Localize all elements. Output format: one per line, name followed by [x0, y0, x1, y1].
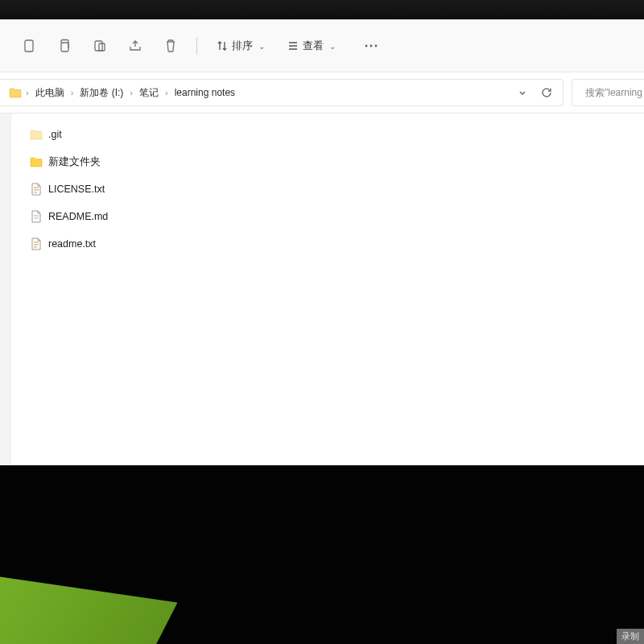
sort-button[interactable]: 排序 ⌄ [208, 31, 273, 60]
file-item-folder[interactable]: .git [27, 123, 628, 146]
toolbar: 排序 ⌄ 查看 ⌄ [0, 20, 644, 72]
text-file-icon [29, 237, 43, 251]
ellipsis-icon [364, 44, 378, 47]
chevron-down-icon [518, 88, 527, 97]
explorer-body: .git 新建文件夹 LICENSE.txt README.md [0, 114, 644, 465]
file-name: .git [48, 129, 62, 140]
file-name: 新建文件夹 [48, 155, 101, 169]
refresh-button[interactable] [535, 82, 558, 103]
trash-icon [164, 39, 177, 53]
wallpaper-accent [0, 527, 188, 644]
recording-badge: 录制 [617, 629, 644, 644]
paste-icon [93, 39, 107, 53]
sort-label: 排序 [232, 39, 253, 53]
breadcrumb-item[interactable]: 笔记 [136, 85, 162, 101]
copy-button[interactable] [50, 31, 79, 60]
svg-rect-0 [25, 40, 33, 52]
desktop-background-bottom: 录制 [0, 465, 644, 644]
view-button[interactable]: 查看 ⌄ [279, 31, 344, 60]
folder-icon [8, 85, 23, 100]
file-list: .git 新建文件夹 LICENSE.txt README.md [11, 114, 644, 465]
chevron-right-icon: › [69, 88, 76, 97]
cut-icon [23, 39, 35, 53]
text-file-icon [29, 182, 43, 196]
paste-button[interactable] [85, 31, 114, 60]
chevron-right-icon: › [128, 88, 134, 97]
toolbar-separator [196, 37, 197, 55]
share-button[interactable] [121, 31, 150, 60]
breadcrumb-bar[interactable]: › 此电脑 › 新加卷 (I:) › 笔记 › learning notes [0, 79, 564, 106]
breadcrumb-item[interactable]: 此电脑 [32, 85, 68, 101]
history-dropdown-button[interactable] [511, 82, 534, 103]
view-icon [287, 40, 299, 52]
breadcrumb-label: 新加卷 (I:) [80, 86, 123, 100]
more-button[interactable] [357, 31, 386, 60]
breadcrumb-item[interactable]: 新加卷 (I:) [76, 85, 126, 101]
file-explorer-window: 排序 ⌄ 查看 ⌄ › 此电脑 › 新加卷 (I:) › 笔记 › learni… [0, 19, 644, 465]
chevron-right-icon: › [163, 88, 170, 97]
share-icon [128, 39, 142, 52]
sidebar-sliver [0, 114, 11, 465]
svg-rect-1 [61, 43, 68, 52]
refresh-icon [541, 87, 552, 98]
file-item-folder[interactable]: 新建文件夹 [27, 151, 628, 173]
folder-hidden-icon [29, 127, 43, 142]
file-item-txt[interactable]: readme.txt [27, 233, 628, 255]
delete-button[interactable] [156, 31, 185, 60]
breadcrumb-item[interactable]: learning notes [171, 85, 238, 100]
folder-icon [29, 155, 43, 169]
file-name: readme.txt [48, 238, 96, 250]
breadcrumb-label: learning notes [175, 87, 235, 98]
cut-button[interactable] [14, 31, 43, 60]
file-item-md[interactable]: README.md [27, 205, 628, 228]
copy-icon [57, 39, 72, 53]
sort-icon [217, 40, 228, 52]
address-row: › 此电脑 › 新加卷 (I:) › 笔记 › learning notes 搜… [0, 72, 644, 114]
breadcrumb-label: 此电脑 [35, 86, 64, 100]
svg-point-6 [375, 45, 378, 47]
chevron-right-icon: › [24, 88, 31, 97]
search-input[interactable]: 搜索"learning notes" [572, 79, 644, 106]
search-placeholder: 搜索"learning notes" [585, 86, 644, 100]
svg-point-4 [365, 45, 368, 47]
file-item-txt[interactable]: LICENSE.txt [27, 178, 628, 200]
file-name: README.md [48, 211, 108, 222]
desktop-background-top [0, 0, 644, 19]
svg-point-5 [370, 45, 373, 47]
document-file-icon [29, 209, 43, 224]
chevron-down-icon: ⌄ [329, 42, 336, 51]
chevron-down-icon: ⌄ [258, 42, 265, 51]
breadcrumb-label: 笔记 [139, 86, 159, 100]
view-label: 查看 [303, 39, 324, 53]
file-name: LICENSE.txt [48, 184, 105, 195]
